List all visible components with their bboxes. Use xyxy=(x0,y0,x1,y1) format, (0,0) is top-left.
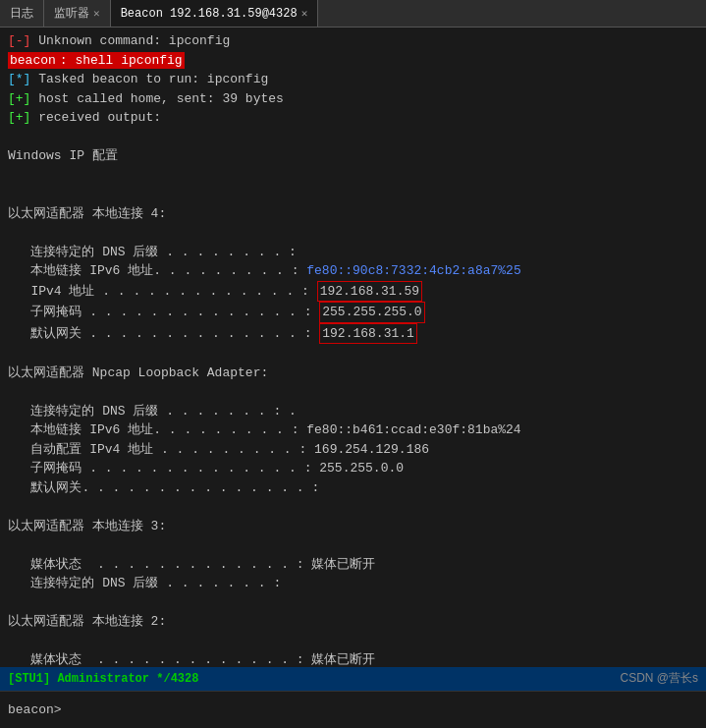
line-3: [*] Tasked beacon to run: ipconfig xyxy=(8,70,698,89)
input-bar: beacon> xyxy=(0,691,706,728)
line-dns-3: 连接特定的 DNS 后缀 . . . . . . . : xyxy=(8,574,698,593)
line-ipv6-2: 本地链接 IPv6 地址. . . . . . . . . : fe80::b4… xyxy=(8,420,698,440)
line-subnet-2: 子网掩码 . . . . . . . . . . . . . . : 255.2… xyxy=(8,459,698,478)
error-prefix: [-] xyxy=(8,33,30,48)
line-blank-9 xyxy=(8,593,698,613)
line-subnet: 子网掩码 . . . . . . . . . . . . . . : 255.2… xyxy=(8,302,698,323)
watermark: CSDN @营长s xyxy=(620,670,698,687)
tab-log[interactable]: 日志 xyxy=(0,0,44,27)
input-prompt: beacon> xyxy=(8,702,62,717)
ipv6-addr-1: fe80::90c8:7332:4cb2:a8a7%25 xyxy=(306,263,520,278)
info-prefix: [*] xyxy=(8,72,30,86)
gateway-box: 192.168.31.1 xyxy=(319,323,417,345)
tab-listener[interactable]: 监听器 ✕ xyxy=(44,0,111,27)
line-dns-2: 连接特定的 DNS 后缀 . . . . . . . : . xyxy=(8,402,698,421)
error-text: Unknown command: ipconfig xyxy=(30,33,230,48)
line-autoip: 自动配置 IPv4 地址 . . . . . . . . . : 169.254… xyxy=(8,440,698,460)
line-gateway-2: 默认网关. . . . . . . . . . . . . . . : xyxy=(8,478,698,498)
line-adapter-4: 以太网适配器 本地连接 4: xyxy=(8,204,698,224)
command-input[interactable] xyxy=(64,702,698,717)
tab-listener-close[interactable]: ✕ xyxy=(93,7,100,20)
subnet-mask-box: 255.255.255.0 xyxy=(319,302,424,323)
line-blank-4 xyxy=(8,223,698,243)
command-text: : shell ipconfig xyxy=(58,52,185,69)
terminal-output: [-] Unknown command: ipconfig beacon: sh… xyxy=(0,28,706,667)
tab-beacon[interactable]: Beacon 192.168.31.59@4328 ✕ xyxy=(111,0,319,27)
tab-bar: 日志 监听器 ✕ Beacon 192.168.31.59@4328 ✕ xyxy=(0,0,706,28)
line-blank-5 xyxy=(8,344,698,364)
tab-beacon-label: Beacon 192.168.31.59@4328 xyxy=(121,7,298,21)
cmd-end xyxy=(185,53,192,68)
line-media-3: 媒体状态 . . . . . . . . . . . . . : 媒体已断开 xyxy=(8,555,698,575)
line-adapter-3: 以太网适配器 本地连接 3: xyxy=(8,517,698,536)
line-windows-ip: Windows IP 配置 xyxy=(8,146,698,166)
line-blank-10 xyxy=(8,632,698,651)
line-dns-1: 连接特定的 DNS 后缀 . . . . . . . . : xyxy=(8,243,698,262)
tab-beacon-close[interactable]: ✕ xyxy=(301,7,308,20)
line-blank-2 xyxy=(8,166,698,186)
line-ipv4: IPv4 地址 . . . . . . . . . . . . . : 192.… xyxy=(8,281,698,303)
line-media-2: 媒体状态 . . . . . . . . . . . . . : 媒体已断开 xyxy=(8,650,698,667)
line-gateway: 默认网关 . . . . . . . . . . . . . . : 192.1… xyxy=(8,323,698,345)
line-adapter-2: 以太网适配器 本地连接 2: xyxy=(8,612,698,632)
line-blank-7 xyxy=(8,497,698,517)
beacon-prompt: beacon xyxy=(8,52,58,69)
ipv4-address-box: 192.168.31.59 xyxy=(317,281,422,303)
line-blank-6 xyxy=(8,382,698,402)
line-5: [+] received output: xyxy=(8,108,698,128)
tab-listener-label: 监听器 xyxy=(54,5,89,22)
line-blank-1 xyxy=(8,128,698,147)
success-prefix-1: [+] xyxy=(8,91,30,106)
line-4: [+] host called home, sent: 39 bytes xyxy=(8,89,698,109)
line-1: [-] Unknown command: ipconfig xyxy=(8,31,698,51)
line-2: beacon: shell ipconfig xyxy=(8,51,698,71)
status-bar: [STU1] Administrator */4328 xyxy=(0,667,706,691)
status-text: [STU1] Administrator */4328 xyxy=(8,672,198,686)
tab-log-label: 日志 xyxy=(10,5,33,22)
line-blank-3 xyxy=(8,185,698,204)
line-ipv6-1: 本地链接 IPv6 地址. . . . . . . . . : fe80::90… xyxy=(8,261,698,281)
line-blank-8 xyxy=(8,535,698,555)
success-prefix-2: [+] xyxy=(8,110,30,125)
line-adapter-npcap: 以太网适配器 Npcap Loopback Adapter: xyxy=(8,364,698,383)
